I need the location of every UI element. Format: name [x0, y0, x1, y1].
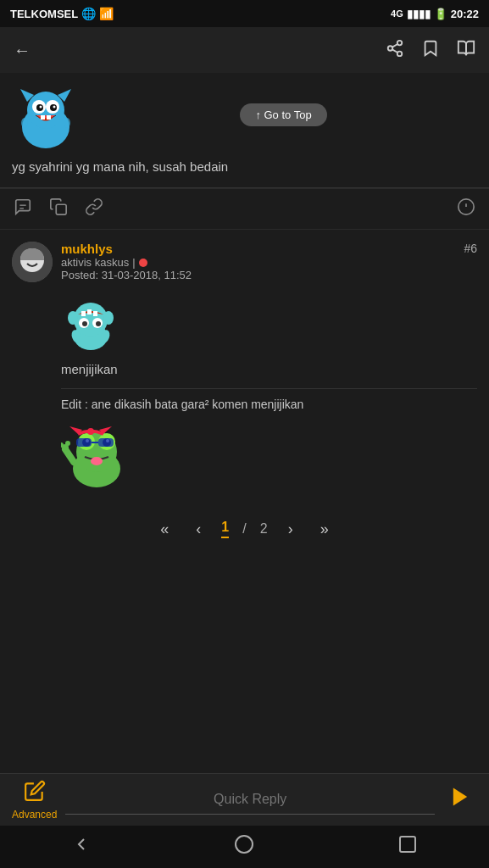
- svg-point-56: [65, 441, 70, 446]
- bottom-bar: Advanced: [0, 773, 489, 826]
- bookmark-button[interactable]: [421, 39, 440, 62]
- post-number: #6: [464, 242, 477, 255]
- action-bar: [0, 188, 489, 230]
- cyan-monster-sticker: [61, 292, 120, 352]
- home-nav-icon[interactable]: [234, 834, 254, 860]
- svg-point-36: [82, 321, 87, 326]
- signal-icon: 4G: [391, 8, 403, 19]
- svg-point-60: [87, 428, 94, 435]
- svg-rect-14: [47, 115, 51, 120]
- svg-point-39: [103, 311, 114, 325]
- carrier-text: TELKOMSEL: [10, 8, 78, 20]
- advanced-icon: [24, 780, 46, 807]
- svg-line-53: [65, 449, 74, 462]
- status-bar: TELKOMSEL 🌐 📶 4G ▮▮▮▮ 🔋 20:22: [0, 0, 489, 27]
- comment-text: menjijikan: [61, 360, 477, 380]
- last-page-button[interactable]: »: [314, 517, 336, 542]
- next-page-button[interactable]: ›: [281, 517, 300, 542]
- svg-point-37: [96, 321, 101, 326]
- blue-monster-sticker: [12, 85, 80, 153]
- action-icons-left: [14, 198, 103, 220]
- comment-section: mukhlys aktivis kaskus | Posted: 31-03-2…: [0, 230, 489, 504]
- svg-rect-63: [400, 837, 415, 852]
- advanced-button[interactable]: Advanced: [12, 780, 57, 821]
- go-to-top-area: ↑ Go to Top: [90, 103, 477, 135]
- svg-point-30: [74, 303, 108, 337]
- total-pages: 2: [260, 521, 268, 537]
- nav-bottom: [0, 826, 489, 868]
- separator: |: [132, 256, 135, 269]
- svg-point-6: [27, 92, 64, 129]
- prev-page-button[interactable]: ‹: [189, 517, 208, 542]
- post-date: Posted: 31-03-2018, 11:52: [61, 269, 192, 281]
- main-content: ↑ Go to Top yg syahrini yg mana nih, sus…: [0, 73, 489, 773]
- user-role: aktivis kaskus |: [61, 256, 192, 269]
- svg-rect-33: [93, 311, 97, 316]
- post-text: yg syahrini yg mana nih, susah bedain: [12, 159, 477, 174]
- divider: [61, 388, 477, 389]
- first-page-button[interactable]: «: [153, 517, 175, 542]
- svg-point-1: [388, 46, 393, 51]
- recents-nav-icon[interactable]: [397, 834, 418, 860]
- nav-right: [386, 39, 475, 62]
- status-right: 4G ▮▮▮▮ 🔋 20:22: [391, 8, 479, 20]
- report-icon[interactable]: [457, 198, 475, 220]
- nav-bar: ←: [0, 27, 489, 73]
- svg-line-3: [392, 49, 397, 53]
- battery-icon: 🔋: [434, 8, 447, 20]
- red-dot-badge: [139, 259, 147, 267]
- page-slash: /: [242, 521, 246, 537]
- time-text: 20:22: [451, 8, 479, 20]
- nav-left: ←: [14, 41, 31, 60]
- svg-rect-32: [87, 309, 92, 314]
- avatar: [12, 242, 53, 282]
- svg-point-17: [21, 118, 28, 128]
- comment-icon[interactable]: [14, 198, 32, 220]
- svg-rect-21: [56, 204, 66, 214]
- svg-point-62: [236, 836, 253, 853]
- username: mukhlys: [61, 242, 192, 256]
- network-bars: ▮▮▮▮: [407, 8, 431, 20]
- copy-icon[interactable]: [49, 198, 68, 220]
- svg-rect-51: [98, 438, 114, 447]
- svg-point-57: [91, 457, 103, 465]
- svg-rect-31: [81, 311, 86, 316]
- comment-header: mukhlys aktivis kaskus | Posted: 31-03-2…: [12, 242, 477, 282]
- quick-reply-input[interactable]: [65, 785, 435, 815]
- svg-point-12: [53, 106, 56, 108]
- carrier-icon2: 📶: [99, 7, 114, 20]
- current-page: 1: [221, 520, 229, 538]
- svg-rect-50: [76, 438, 92, 447]
- advanced-label: Advanced: [12, 809, 57, 821]
- pagination: « ‹ 1 / 2 › »: [0, 504, 489, 555]
- back-button[interactable]: ←: [14, 41, 31, 60]
- comment-content: menjijikan Edit : ane dikasih bata gara²…: [12, 292, 477, 492]
- comment-edit-text: Edit : ane dikasih bata gara² komen menj…: [61, 398, 477, 411]
- top-post-section: ↑ Go to Top yg syahrini yg mana nih, sus…: [0, 73, 489, 188]
- book-button[interactable]: [457, 39, 475, 62]
- green-frog-sticker: [61, 420, 133, 492]
- share-button[interactable]: [386, 39, 404, 62]
- user-meta: mukhlys aktivis kaskus | Posted: 31-03-2…: [61, 242, 192, 281]
- post-button[interactable]: [443, 785, 477, 815]
- comment-user-info: mukhlys aktivis kaskus | Posted: 31-03-2…: [12, 242, 192, 282]
- sticker-row: ↑ Go to Top: [12, 85, 477, 153]
- svg-marker-61: [453, 788, 467, 806]
- svg-rect-13: [41, 115, 45, 120]
- back-nav-icon[interactable]: [71, 834, 92, 860]
- svg-point-38: [68, 311, 78, 325]
- go-to-top-button[interactable]: ↑ Go to Top: [240, 103, 326, 126]
- svg-point-11: [40, 106, 42, 108]
- carrier-icon1: 🌐: [81, 7, 96, 20]
- status-left: TELKOMSEL 🌐 📶: [10, 7, 114, 20]
- svg-line-4: [392, 43, 397, 47]
- svg-point-18: [64, 118, 70, 128]
- svg-point-2: [397, 51, 403, 55]
- link-icon[interactable]: [85, 198, 103, 220]
- svg-point-0: [397, 40, 403, 45]
